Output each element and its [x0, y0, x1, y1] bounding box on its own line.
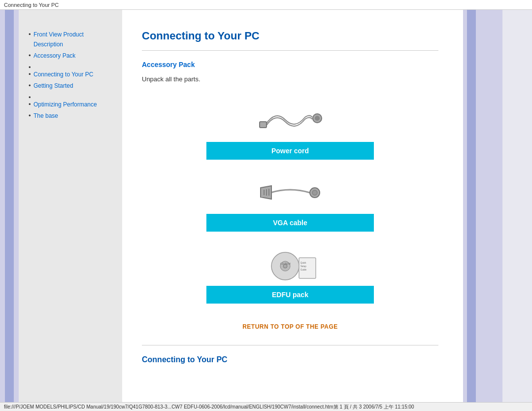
main-content: Connecting to Your PC Accessory Pack Unp… — [122, 10, 463, 411]
edfu-pack-image: CD-ROM Quick Setup Guide — [251, 241, 330, 286]
left-accent — [0, 10, 19, 411]
vga-cable-block: VGA cable — [187, 170, 394, 232]
sidebar-item-getting-started[interactable]: Getting Started — [29, 81, 114, 91]
sidebar-item-connecting[interactable]: Connecting to Your PC — [29, 69, 114, 79]
vga-cable-label: VGA cable — [206, 214, 374, 232]
top-divider — [142, 50, 438, 51]
sidebar-item-front-view[interactable]: Front View Product Description — [29, 30, 114, 49]
sidebar-link-optimizing[interactable]: Optimizing Performance — [33, 101, 97, 108]
sidebar-link-front-view[interactable]: Front View Product Description — [33, 31, 84, 48]
right-accent-inner — [467, 10, 476, 411]
vga-cable-svg — [251, 172, 330, 211]
section-title: Accessory Pack — [142, 61, 438, 68]
sidebar-link-getting-started[interactable]: Getting Started — [33, 82, 73, 89]
svg-rect-0 — [260, 122, 266, 128]
power-cord-label: Power cord — [206, 142, 374, 160]
edfu-pack-label: EDFU pack — [206, 286, 374, 304]
svg-text:Guide: Guide — [300, 269, 307, 271]
svg-text:Setup: Setup — [300, 265, 306, 268]
edfu-pack-block: CD-ROM Quick Setup Guide EDFU pack — [187, 241, 394, 304]
svg-text:CD-ROM: CD-ROM — [280, 262, 291, 265]
items-container: Power cord — [142, 98, 438, 313]
sidebar-nav: Front View Product Description Accessory… — [29, 30, 114, 121]
sidebar-item-the-base[interactable]: The base — [29, 111, 114, 121]
sidebar-link-the-base[interactable]: The base — [33, 112, 58, 119]
title-bar-text: Connecting to Your PC — [4, 2, 59, 8]
svg-rect-13 — [299, 258, 316, 278]
title-bar: Connecting to Your PC — [0, 0, 532, 10]
sidebar-item-accessory-pack[interactable]: Accessory Pack — [29, 51, 114, 61]
power-cord-image — [251, 98, 330, 142]
svg-text:Quick: Quick — [300, 262, 306, 264]
sidebar: Front View Product Description Accessory… — [19, 10, 122, 411]
right-accent — [463, 10, 502, 411]
return-to-top-link[interactable]: RETURN TO TOP OF THE PAGE — [142, 323, 438, 330]
status-bar: file:///P/JOEM MODELS/PHILIPS/CD Manual/… — [0, 402, 532, 411]
sidebar-link-connecting[interactable]: Connecting to Your PC — [33, 71, 93, 78]
left-accent-inner — [5, 10, 14, 411]
intro-text: Unpack all the parts. — [142, 75, 438, 83]
sidebar-spacer-2 — [29, 93, 114, 98]
far-right — [502, 10, 532, 411]
edfu-pack-svg: CD-ROM Quick Setup Guide — [251, 244, 330, 283]
page-title: Connecting to Your PC — [142, 30, 438, 42]
page-wrapper: Front View Product Description Accessory… — [0, 10, 532, 411]
svg-marker-3 — [261, 186, 271, 199]
sidebar-spacer-1 — [29, 63, 114, 68]
power-cord-svg — [251, 100, 330, 139]
svg-point-8 — [312, 190, 317, 195]
power-cord-block: Power cord — [187, 98, 394, 160]
status-bar-text: file:///P/JOEM MODELS/PHILIPS/CD Manual/… — [4, 404, 414, 411]
bottom-divider — [142, 345, 438, 345]
vga-cable-image — [251, 170, 330, 214]
sidebar-link-accessory-pack[interactable]: Accessory Pack — [33, 52, 75, 59]
sidebar-item-optimizing[interactable]: Optimizing Performance — [29, 100, 114, 109]
svg-point-2 — [315, 116, 319, 120]
bottom-title: Connecting to Your PC — [142, 355, 438, 364]
